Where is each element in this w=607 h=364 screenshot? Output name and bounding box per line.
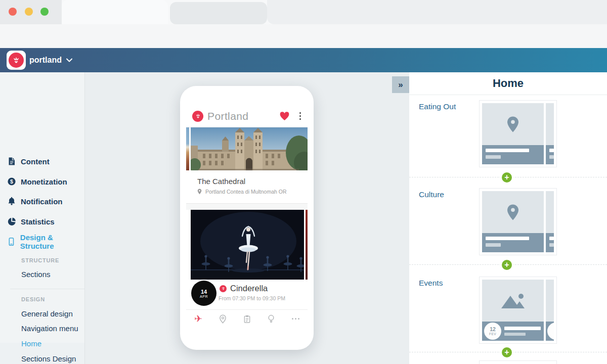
sidebar-item-navigation-menu[interactable]: Navigation menu	[21, 324, 78, 333]
poi-card[interactable]: The Cathedral Portland Contea di Multnom…	[186, 170, 308, 204]
image-icon	[498, 292, 528, 310]
app-switcher-dropdown[interactable]: portland	[29, 48, 72, 72]
window-controls	[0, 0, 62, 24]
brand-flower-icon	[195, 113, 201, 119]
favorites-heart-icon[interactable]	[279, 111, 290, 121]
section-label-events: Events	[419, 279, 443, 288]
sidebar-divider	[10, 289, 84, 289]
cathedral-photo	[191, 127, 308, 170]
app-window: www.myapp.com Preview Update now	[0, 0, 607, 364]
add-section-button[interactable]: +	[500, 346, 513, 359]
card-gap	[186, 204, 308, 210]
badge-day: 12	[490, 327, 496, 332]
map-pin-icon	[219, 314, 227, 324]
design-group-label: DESIGN	[21, 296, 45, 302]
brand-flower-icon	[9, 53, 24, 68]
add-section-button[interactable]: +	[500, 171, 513, 184]
event-day: 14	[201, 289, 207, 295]
browser-tab-active[interactable]	[62, 0, 168, 24]
panel-divider	[409, 95, 607, 95]
section-card-events[interactable]: 12 FEV	[479, 277, 557, 344]
badge-month: FEV	[489, 332, 496, 336]
sidebar-item-notification[interactable]: Notification	[7, 196, 63, 207]
event-month: APR	[200, 295, 208, 298]
event-title: Cinderella	[230, 284, 268, 293]
sidebar-item-home[interactable]: Home	[21, 339, 41, 348]
map-pin-icon	[506, 116, 519, 133]
sidebar-item-sections[interactable]: Sections	[21, 270, 51, 279]
structure-group-label: STRUCTURE	[21, 257, 59, 263]
browser-toolbar: www.myapp.com	[0, 24, 607, 48]
clipboard-icon	[243, 314, 251, 324]
panel-title: Home	[409, 77, 607, 90]
section-card-culture[interactable]	[479, 188, 557, 255]
phone-mockup: Portland	[180, 86, 314, 350]
sidebar-item-design-structure[interactable]: Design & Structure	[7, 236, 84, 247]
next-section-card-partial	[479, 360, 557, 364]
tab-places[interactable]	[210, 314, 235, 324]
minimize-window-button[interactable]	[25, 8, 33, 16]
smartphone-icon	[7, 237, 16, 246]
placeholder-sliver	[546, 103, 554, 164]
airplane-icon: ✈	[194, 313, 202, 325]
sidebar-item-sections-design[interactable]: Sections Design	[21, 354, 76, 363]
maximize-window-button[interactable]	[40, 8, 49, 16]
sidebar-item-label: Monetization	[21, 177, 67, 186]
tab-travel[interactable]: ✈	[186, 313, 210, 325]
event-card[interactable]: 14 APR Cinderell	[186, 280, 308, 309]
tabstrip-background	[267, 0, 607, 24]
section-card-eating-out[interactable]	[479, 100, 557, 167]
collapse-panel-button[interactable]: »	[392, 76, 409, 93]
sidebar-item-label: Notification	[21, 197, 63, 206]
carousel-next-image-sliver	[306, 210, 308, 280]
section-label-culture: Culture	[419, 190, 444, 199]
app-name-label: portland	[29, 56, 62, 65]
document-icon	[7, 157, 16, 166]
sidebar: Content $ Monetization Notification Stat…	[0, 72, 85, 364]
phone-app-title: Portland	[207, 110, 279, 122]
close-window-button[interactable]	[9, 8, 17, 16]
app-logo	[7, 51, 26, 70]
bell-icon	[7, 197, 16, 206]
event-image-carousel	[186, 210, 308, 280]
placeholder-sliver	[546, 191, 554, 252]
lightbulb-icon	[268, 314, 275, 324]
event-date-badge: 14 APR	[191, 281, 216, 306]
sidebar-item-general-design[interactable]: General design	[21, 309, 73, 318]
sidebar-item-label: Content	[21, 157, 50, 166]
sidebar-item-statistics[interactable]: Statistics	[7, 216, 55, 227]
poi-location: Portland Contea di Multnomah OR	[205, 189, 287, 195]
phone-app-logo	[192, 111, 203, 122]
event-date-badge: 12 FEV	[484, 323, 501, 340]
placeholder-sliver	[546, 280, 554, 341]
more-icon	[292, 318, 299, 320]
section-label-eating-out: Eating Out	[419, 102, 456, 111]
ballet-photo	[191, 210, 304, 280]
sidebar-item-label: Statistics	[21, 217, 55, 226]
svg-text:$: $	[10, 178, 13, 185]
app-header: Preview Update now	[0, 48, 607, 72]
map-pin-icon	[197, 189, 202, 195]
home-sections-panel: Home Eating Out + Culture	[409, 72, 607, 364]
tab-notes[interactable]	[235, 314, 259, 324]
phone-menu-kebab-icon[interactable]	[298, 111, 302, 121]
pie-chart-icon	[7, 217, 16, 226]
browser-tab-inactive[interactable]	[170, 2, 267, 24]
sidebar-item-content[interactable]: Content	[7, 156, 50, 167]
poi-image-carousel	[186, 127, 308, 170]
poi-title: The Cathedral	[197, 177, 308, 186]
sidebar-item-label: Design & Structure	[20, 233, 84, 250]
browser-tabstrip	[0, 0, 607, 24]
chevron-down-icon	[66, 58, 72, 62]
tab-tips[interactable]	[259, 314, 283, 324]
event-time: From 07:30 PM to 09:30 PM	[219, 295, 285, 301]
sidebar-item-monetization[interactable]: $ Monetization	[7, 176, 67, 187]
phone-screen: Portland	[186, 105, 308, 328]
map-pin-icon	[506, 204, 519, 221]
dollar-icon: $	[7, 177, 16, 186]
add-section-button[interactable]: +	[500, 258, 513, 271]
brand-flower-icon	[220, 285, 227, 292]
phone-appbar: Portland	[186, 105, 308, 127]
phone-tabbar: ✈	[186, 309, 308, 328]
tab-more[interactable]	[283, 318, 308, 320]
